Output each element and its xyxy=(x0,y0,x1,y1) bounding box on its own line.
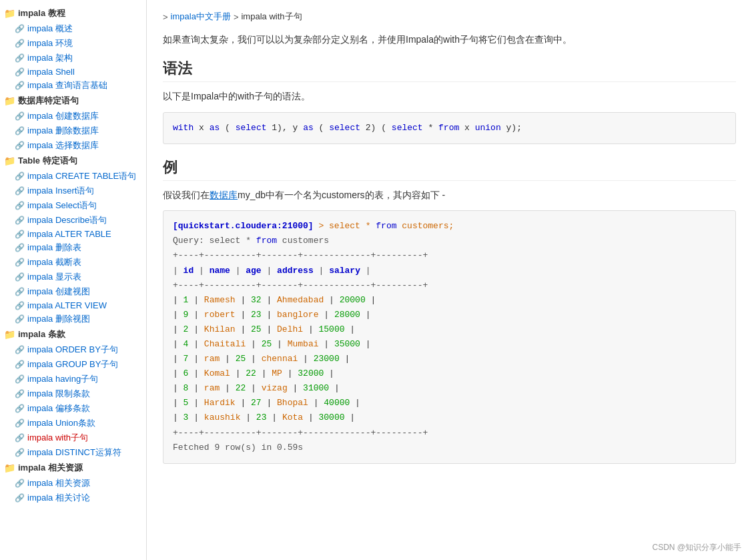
sidebar-item[interactable]: 🔗impala 环境 xyxy=(0,36,146,51)
sidebar-item[interactable]: 🔗impala 删除数据库 xyxy=(0,123,146,138)
sidebar-item[interactable]: 🔗impala Union条款 xyxy=(0,416,146,431)
link-icon: 🔗 xyxy=(15,287,25,296)
syntax-x: x xyxy=(464,123,475,133)
link-icon: 🔗 xyxy=(15,186,25,196)
link-icon: 🔗 xyxy=(15,39,25,48)
code-cmd: > select * xyxy=(318,221,376,231)
sidebar-item[interactable]: 🔗impala 相关讨论 xyxy=(0,491,146,505)
table-row: | 4 | Chaitali | 25 | Mumbai | 35000 | xyxy=(173,337,726,352)
syntax-space1: x xyxy=(199,123,210,133)
sidebar-item[interactable]: 🔗impala 选择数据库 xyxy=(0,138,146,153)
breadcrumb-home-link[interactable]: impala中文手册 xyxy=(171,11,231,23)
link-icon: 🔗 xyxy=(15,243,25,252)
sidebar-item[interactable]: 🔗impala GROUP BY子句 xyxy=(0,357,146,372)
sidebar-item-label: impala 删除表 xyxy=(27,242,81,254)
sidebar-item[interactable]: 🔗impala ALTER VIEW xyxy=(0,299,146,312)
syntax-num2: 2) ( xyxy=(366,123,386,133)
sidebar-item[interactable]: 🔗impala Insert语句 xyxy=(0,184,146,198)
syntax-kw-select2: select xyxy=(329,123,360,133)
link-icon: 🔗 xyxy=(15,216,25,225)
sidebar-item[interactable]: 🔗impala having子句 xyxy=(0,372,146,386)
sidebar-item-label: impala CREATE TABLE语句 xyxy=(27,170,136,182)
main-content: > impala中文手册 > impala with子句 如果查询太复杂，我们可… xyxy=(147,0,752,560)
syntax-kw-with: with xyxy=(173,123,194,133)
sidebar-item-label: impala 选择数据库 xyxy=(27,139,99,152)
query-label: Query: select * xyxy=(173,236,256,246)
sidebar-item-label: impala with子句 xyxy=(27,432,88,444)
sidebar-item[interactable]: 🔗impala 概述 xyxy=(0,21,146,36)
folder-icon: 📁 xyxy=(4,329,15,340)
sidebar-item[interactable]: 🔗impala ALTER TABLE xyxy=(0,228,146,240)
table-border-bottom: +----+----------+-------+-------------+-… xyxy=(173,426,726,441)
sidebar-item[interactable]: 🔗impala 相关资源 xyxy=(0,476,146,491)
sidebar-item[interactable]: 🔗impala DISTINCT运算符 xyxy=(0,445,146,460)
breadcrumb-arrow: > xyxy=(163,12,168,22)
sidebar-item-label: impala Shell xyxy=(27,67,75,77)
sidebar-item[interactable]: 🔗impala Describe语句 xyxy=(0,213,146,228)
example-db-link[interactable]: 数据库 xyxy=(210,190,238,200)
sidebar-item[interactable]: 🔗impala 创建视图 xyxy=(0,284,146,299)
table-row: | 2 | Khilan | 25 | Delhi | 15000 | xyxy=(173,322,726,337)
syntax-heading: 语法 xyxy=(163,59,736,82)
link-icon: 🔗 xyxy=(15,272,25,282)
sidebar-group-label: 📁impala 相关资源 xyxy=(0,460,146,476)
table-row: | 8 | ram | 22 | vizag | 31000 | xyxy=(173,381,726,396)
syntax-kw-select3: select xyxy=(392,123,423,133)
breadcrumb-current: impala with子句 xyxy=(241,11,302,23)
sidebar-item-label: impala 显示表 xyxy=(27,271,81,283)
sidebar-item[interactable]: 🔗impala 删除表 xyxy=(0,240,146,255)
sidebar-group-label: 📁impala 教程 xyxy=(0,5,146,21)
sidebar-item[interactable]: 🔗impala 显示表 xyxy=(0,270,146,284)
sidebar-item[interactable]: 🔗impala 查询语言基础 xyxy=(0,78,146,93)
intro-text: 如果查询太复杂，我们可以以为复杂部分定义别名，并使用Impala的with子句将… xyxy=(163,32,736,47)
code-kw-from: from xyxy=(376,221,396,231)
sidebar-item[interactable]: 🔗impala ORDER BY子句 xyxy=(0,342,146,357)
link-icon: 🔗 xyxy=(15,404,25,413)
syntax-paren2: ( xyxy=(319,123,324,133)
example-code-block: [quickstart.cloudera:21000] > select * f… xyxy=(163,210,736,464)
sidebar-group-label: 📁数据库特定语句 xyxy=(0,93,146,109)
sidebar-item[interactable]: 🔗impala 截断表 xyxy=(0,255,146,270)
link-icon: 🔗 xyxy=(15,301,25,310)
link-icon: 🔗 xyxy=(15,493,25,503)
example-heading: 例 xyxy=(163,158,736,181)
link-icon: 🔗 xyxy=(15,314,25,324)
link-icon: 🔗 xyxy=(15,418,25,428)
sidebar-item-label: impala DISTINCT运算符 xyxy=(27,447,121,459)
syntax-paren1: ( xyxy=(225,123,230,133)
sidebar-item[interactable]: 🔗impala 架构 xyxy=(0,51,146,65)
sidebar-item[interactable]: 🔗impala CREATE TABLE语句 xyxy=(0,169,146,184)
sidebar-item[interactable]: 🔗impala with子句 xyxy=(0,431,146,445)
sidebar-item[interactable]: 🔗impala Select语句 xyxy=(0,198,146,213)
sidebar-item[interactable]: 🔗impala 偏移条款 xyxy=(0,401,146,416)
link-icon: 🔗 xyxy=(15,360,25,369)
sidebar-item[interactable]: 🔗impala 删除视图 xyxy=(0,312,146,326)
link-icon: 🔗 xyxy=(15,67,25,77)
syntax-code-block: with x as ( select 1), y as ( select 2) … xyxy=(163,112,736,144)
sidebar-item-label: impala 架构 xyxy=(27,52,73,64)
sidebar-item[interactable]: 🔗impala Shell xyxy=(0,65,146,78)
sidebar-item[interactable]: 🔗impala 创建数据库 xyxy=(0,109,146,123)
syntax-num1: 1), y xyxy=(272,123,303,133)
sidebar-item-label: impala ALTER TABLE xyxy=(27,229,111,239)
table-border-top: +----+----------+-------+-------------+-… xyxy=(173,248,726,263)
syntax-kw-union: union xyxy=(475,123,501,133)
table-row: | 9 | robert | 23 | banglore | 28000 | xyxy=(173,308,726,322)
sidebar-item[interactable]: 🔗impala 限制条款 xyxy=(0,386,146,401)
sidebar-item-label: impala 限制条款 xyxy=(27,388,90,400)
folder-icon: 📁 xyxy=(4,156,15,166)
query-table: customers xyxy=(282,236,329,246)
link-icon: 🔗 xyxy=(15,448,25,457)
link-icon: 🔗 xyxy=(15,433,25,443)
link-icon: 🔗 xyxy=(15,111,25,121)
folder-icon: 📁 xyxy=(4,463,15,473)
link-icon: 🔗 xyxy=(15,374,25,384)
link-icon: 🔗 xyxy=(15,230,25,239)
sidebar-item-label: impala Select语句 xyxy=(27,200,97,212)
sidebar-item-label: impala 删除数据库 xyxy=(27,125,99,137)
syntax-y: y); xyxy=(506,123,522,133)
sidebar-item-label: impala 删除视图 xyxy=(27,313,90,325)
sidebar-item-label: impala 概述 xyxy=(27,23,73,35)
sidebar-item-label: impala 相关资源 xyxy=(27,477,90,489)
table-header-row: | id | name | age | address | salary | xyxy=(173,264,726,278)
